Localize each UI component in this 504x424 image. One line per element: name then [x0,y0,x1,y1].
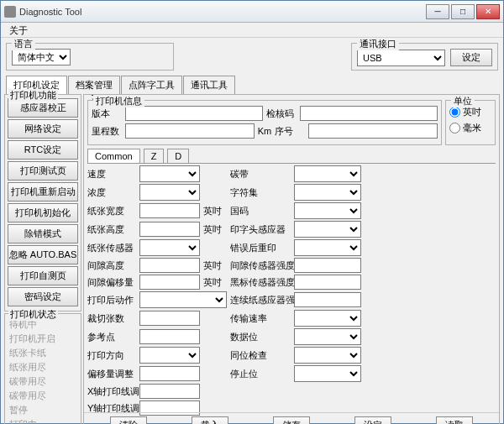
btn-init[interactable]: 打印机初始化 [8,203,78,222]
sel-country[interactable] [294,202,361,219]
in-gapheight[interactable] [139,258,200,273]
lbl-mileage: 里程数 [92,125,122,138]
comm-set-button[interactable]: 设定 [450,49,492,66]
in-cutcount[interactable] [139,311,200,326]
main-tabs: 打印机设定 档案管理 点阵字工具 通讯工具 [6,76,498,94]
sel-density[interactable] [139,184,200,201]
close-button[interactable]: ✕ [476,4,500,19]
in-xadj[interactable] [139,384,200,399]
funcs-label: 打印机功能 [8,89,58,102]
btn-selftest[interactable]: 打印自测页 [8,266,78,285]
unit-label: 单位 [451,95,475,107]
lbl-serial: 序号 [275,125,305,138]
input-mileage[interactable] [125,123,255,139]
sel-psensor[interactable] [139,239,200,256]
btn-save[interactable]: 储存 [273,416,310,424]
comm-label: 通讯接口 [357,38,399,50]
tab-bitmap-font[interactable]: 点阵字工具 [121,76,182,94]
subtab-common[interactable]: Common [87,149,140,163]
btn-set[interactable]: 设定 [354,416,391,424]
subtab-z[interactable]: Z [144,149,165,163]
unit-group: 单位 英吋 毫米 [445,100,496,145]
status-label: 打印机状态 [8,308,58,321]
sel-headsensor[interactable] [294,221,361,238]
in-refpoint[interactable] [139,329,200,344]
printer-info-group: 打印机信息 版本 检核码 里程数 Km 序号 [87,100,442,145]
sel-stopbit[interactable] [294,365,361,382]
sel-parity[interactable] [294,347,361,364]
minimize-button[interactable]: ─ [426,4,449,19]
btn-ignore-autobas[interactable]: 忽略 AUTO.BAS [8,245,78,264]
in-contsensor[interactable] [294,292,361,307]
status-printing: 打印中 [8,417,78,424]
input-version[interactable] [125,106,263,121]
in-bmsensor[interactable] [294,275,361,290]
subtab-d[interactable]: D [167,149,189,163]
sub-tabs: Common Z D [87,149,496,164]
sel-baud[interactable] [294,310,361,327]
btn-debug[interactable]: 除错模式 [8,224,78,243]
app-icon [4,6,16,18]
status-ribbonout2: 碳带用尽 [8,389,78,403]
lbl-version: 版本 [92,107,122,120]
in-pheight[interactable] [139,222,200,237]
language-label: 语言 [12,38,35,50]
btn-rtc[interactable]: RTC设定 [8,140,78,160]
btn-restart[interactable]: 打印机重新启动 [8,182,78,202]
sel-printdir[interactable] [139,347,200,364]
printer-config-panel: 打印机设定 打印机信息 版本 检核码 里程数 Km 序号 [83,94,500,424]
sel-databits[interactable] [294,328,361,345]
tab-comm-tool[interactable]: 通讯工具 [183,76,235,94]
tab-file-mgmt[interactable]: 档案管理 [68,76,120,94]
menubar: 关于 [1,23,503,38]
in-gapsensor[interactable] [294,258,361,273]
sel-speed[interactable] [139,165,200,182]
btn-testpage[interactable]: 打印测试页 [8,161,78,181]
status-ribbonout1: 碳带用尽 [8,374,78,389]
sel-ribbon[interactable] [294,165,361,182]
titlebar: Diagnostic Tool ─ □ ✕ [1,1,503,23]
bottom-buttons: 清除 载入 储存 设定 读取 [84,412,499,424]
status-paperout: 纸张用尽 [8,360,78,374]
settings-grid: 速度 碳带 浓度 字符集 纸张宽度英吋 国码 纸张高度英吋 印字头感应器 纸张传… [87,165,496,416]
status-pause: 暂停 [8,403,78,417]
sel-charset[interactable] [294,184,361,201]
in-pwidth[interactable] [139,203,200,218]
maximize-button[interactable]: □ [451,4,475,19]
btn-network[interactable]: 网络设定 [8,119,78,139]
btn-read[interactable]: 读取 [436,416,473,424]
sel-reprint[interactable] [294,239,361,256]
btn-load[interactable]: 载入 [192,416,228,424]
lbl-km: Km [258,126,272,136]
input-checksum[interactable] [300,106,438,121]
language-group: 语言 简体中文 [6,43,174,71]
btn-clear[interactable]: 清除 [110,416,147,424]
radio-mm[interactable] [449,123,460,133]
menu-about[interactable]: 关于 [6,24,31,37]
radio-inch[interactable] [449,107,460,118]
printer-status-group: 打印机状态 待机中 打印机开启 纸张卡纸 纸张用尽 碳带用尽 碳带用尽 暂停 打… [4,313,81,424]
comm-select[interactable]: USB [357,50,445,66]
printer-functions-group: 打印机功能 感应器校正 网络设定 RTC设定 打印测试页 打印机重新启动 打印机… [4,94,81,311]
in-gapoffset[interactable] [139,275,200,290]
sel-postprint[interactable] [139,291,227,308]
status-jam: 纸张卡纸 [8,346,78,360]
btn-password[interactable]: 密码设定 [8,287,78,306]
status-open: 打印机开启 [8,332,78,346]
input-serial[interactable] [308,123,438,139]
info-label: 打印机信息 [93,95,144,107]
window-title: Diagnostic Tool [19,7,426,17]
in-offsetadj[interactable] [139,366,200,381]
lbl-checksum: 检核码 [266,107,297,120]
comm-group: 通讯接口 USB 设定 [351,43,498,71]
language-select[interactable]: 简体中文 [12,49,71,65]
